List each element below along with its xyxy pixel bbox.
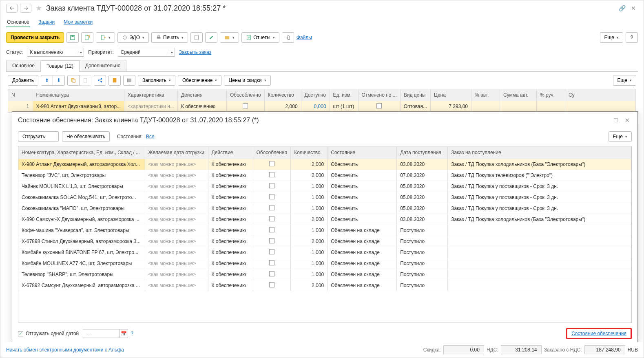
empty-button-3[interactable]: ▾	[220, 32, 239, 43]
nav-tasks[interactable]: Задачи	[38, 18, 55, 27]
add-button[interactable]: Добавить	[8, 75, 38, 86]
prices-button[interactable]: Цены и скидки▾	[224, 75, 270, 86]
print-button[interactable]: Печать▾	[151, 32, 188, 43]
row-checkbox[interactable]	[269, 249, 274, 254]
col-price[interactable]: Цена	[431, 89, 471, 101]
row-checkbox[interactable]	[269, 194, 274, 199]
maximize-icon[interactable]: ☐	[611, 116, 620, 125]
more-button[interactable]: Еще▾	[600, 32, 623, 43]
back-button[interactable]: 🡠	[6, 4, 18, 13]
no-provide-button[interactable]: Не обеспечивать	[62, 131, 110, 142]
col-sum-auto[interactable]: Сумма авт.	[500, 89, 537, 101]
col-su[interactable]: Су	[565, 89, 636, 101]
save-button[interactable]	[66, 32, 79, 43]
modal-close-icon[interactable]: ✕	[623, 116, 632, 125]
tab-main[interactable]: Основное	[6, 60, 41, 71]
separate-checkbox[interactable]	[243, 103, 248, 108]
row-checkbox[interactable]	[269, 282, 274, 287]
table-row[interactable]: Телевизор "SHARP", шт, Электротовары<как…	[18, 269, 631, 280]
ship-one-date-checkbox[interactable]	[18, 331, 23, 336]
provision-state-link[interactable]: Состояние обеспечения	[566, 328, 632, 339]
col-nom[interactable]: Номенклатура	[33, 89, 124, 101]
create-based-on-button[interactable]: ▾	[96, 32, 115, 43]
provision-button[interactable]: Обеспечение▾	[178, 75, 221, 86]
mcol-state[interactable]: Состояние	[328, 146, 397, 159]
attach-button[interactable]	[282, 32, 294, 43]
ship-date-input[interactable]	[83, 329, 120, 338]
table-row[interactable]: Х-980 Атлант Двухкамерный, авторазморозк…	[18, 159, 631, 170]
table-row[interactable]: Комбайн кухонный BINATONE FP 67, шт, Эле…	[18, 247, 631, 258]
move-up-button[interactable]: ⬆	[41, 75, 53, 86]
row-checkbox[interactable]	[269, 205, 274, 210]
ship-button[interactable]: Отгрузить	[18, 131, 59, 142]
share-button[interactable]	[94, 75, 106, 86]
table-row[interactable]: Х-67892 Самсунг Двухкамерный, авторазмор…	[18, 280, 631, 291]
nav-notes[interactable]: Мои заметки	[63, 18, 93, 27]
forward-button[interactable]: 🡢	[20, 4, 31, 13]
col-qty[interactable]: Количество	[264, 89, 301, 101]
col-avail[interactable]: Доступно	[301, 89, 330, 101]
link-icon[interactable]: 🔗	[617, 4, 626, 13]
reports-button[interactable]: Отчеты▾	[241, 32, 279, 43]
col-separate[interactable]: Обособленно	[226, 89, 264, 101]
post-and-close-button[interactable]: Провести и закрыть	[6, 32, 64, 43]
copy-button[interactable]	[67, 75, 80, 86]
table-row[interactable]: Соковыжималка SOLAC Мод.541, шт, Электро…	[18, 192, 631, 203]
table-row[interactable]: Соковыжималка "МАПО", шт, Электротовары<…	[18, 203, 631, 214]
barcode-button[interactable]	[123, 75, 135, 86]
mcol-order[interactable]: Заказ на поступление	[448, 146, 631, 159]
edo-button[interactable]: ЭДО▾	[117, 32, 149, 43]
tab-goods[interactable]: Товары (12)	[40, 60, 80, 72]
mcol-qty[interactable]: Количество	[291, 146, 328, 159]
empty-button-1[interactable]	[190, 32, 203, 43]
table-row[interactable]: Телевизор "JVC", шт, Электротовары<как м…	[18, 170, 631, 181]
table-row[interactable]: Х-67898 Стинол Двухкамерный, авторазморо…	[18, 236, 631, 247]
post-button[interactable]	[81, 32, 93, 43]
row-checkbox[interactable]	[269, 172, 274, 177]
row-checkbox[interactable]	[269, 216, 274, 221]
table-row[interactable]: Кофе-машина "Универсал", шт, Электротова…	[18, 225, 631, 236]
col-pct-auto[interactable]: % авт.	[471, 89, 500, 101]
calc-button[interactable]	[108, 75, 121, 86]
close-icon[interactable]: ✕	[629, 4, 638, 13]
col-n[interactable]: N	[8, 89, 33, 101]
status-select[interactable]: К выполнению	[27, 48, 84, 57]
col-actions[interactable]: Действия	[177, 89, 226, 101]
row-checkbox[interactable]	[269, 183, 274, 188]
col-pct-man[interactable]: % руч.	[537, 89, 565, 101]
favorite-star-icon[interactable]: ★	[35, 4, 42, 13]
mcol-separate[interactable]: Обособленно	[253, 146, 291, 159]
table-row[interactable]: Комбайн MOULINEX A77 4C, шт, Электротова…	[18, 258, 631, 269]
help-button[interactable]: ?	[626, 32, 638, 43]
subtoolbar-more-button[interactable]: Еще▾	[613, 75, 636, 86]
help-icon[interactable]: ?	[131, 331, 133, 336]
mcol-nom[interactable]: Номенклатура, Характеристика, Ед. изм., …	[18, 146, 145, 159]
priority-select[interactable]: Средний	[118, 48, 175, 57]
col-unit[interactable]: Ед. изм.	[330, 89, 358, 101]
modal-more-button[interactable]: Еще▾	[609, 131, 632, 142]
row-checkbox[interactable]	[269, 271, 274, 276]
canceled-checkbox[interactable]	[376, 103, 382, 108]
nav-main[interactable]: Основное	[6, 18, 30, 27]
col-char[interactable]: Характеристика	[124, 89, 178, 101]
col-price-type[interactable]: Вид цены	[400, 89, 430, 101]
mcol-recdate[interactable]: Дата поступления	[397, 146, 448, 159]
mcol-date[interactable]: Желаемая дата отгрузки	[145, 146, 208, 159]
close-order-link[interactable]: Закрыть заказ	[179, 49, 211, 55]
move-down-button[interactable]: ⬇	[53, 75, 65, 86]
paste-button[interactable]	[79, 75, 91, 86]
row-checkbox[interactable]	[269, 161, 274, 166]
table-row[interactable]: Х-890 Самсунг-Х Двухкамерный, авторазмор…	[18, 214, 631, 225]
fill-button[interactable]: Заполнить▾	[138, 75, 175, 86]
table-row[interactable]: Чайник MOULINEX L 1,3, шт, Электротовары…	[18, 181, 631, 192]
states-value-link[interactable]: Все	[146, 134, 155, 139]
files-link[interactable]: Файлы	[297, 35, 312, 40]
row-checkbox[interactable]	[269, 260, 274, 265]
exchange-link[interactable]: Начать обмен электронными документами с …	[6, 347, 124, 353]
col-canceled[interactable]: Отменено по ...	[358, 89, 400, 101]
row-checkbox[interactable]	[269, 227, 274, 232]
date-picker-button[interactable]: 📅	[119, 329, 128, 338]
mcol-action[interactable]: Действие	[208, 146, 253, 159]
tab-extra[interactable]: Дополнительно	[79, 60, 126, 71]
row-checkbox[interactable]	[269, 238, 274, 243]
